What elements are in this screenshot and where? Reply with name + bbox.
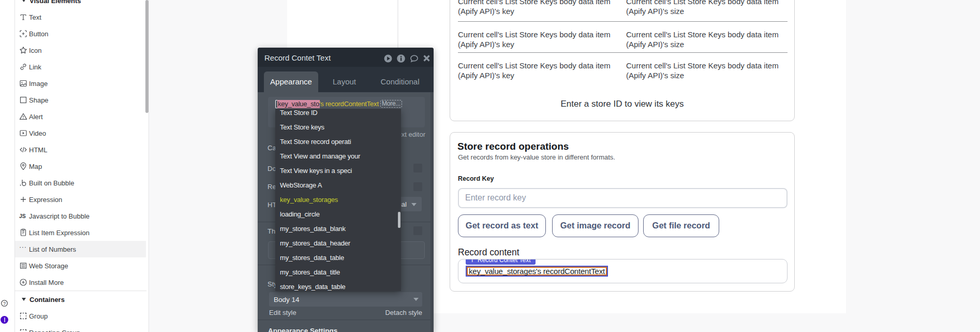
svg-text:?: ? (3, 301, 6, 306)
